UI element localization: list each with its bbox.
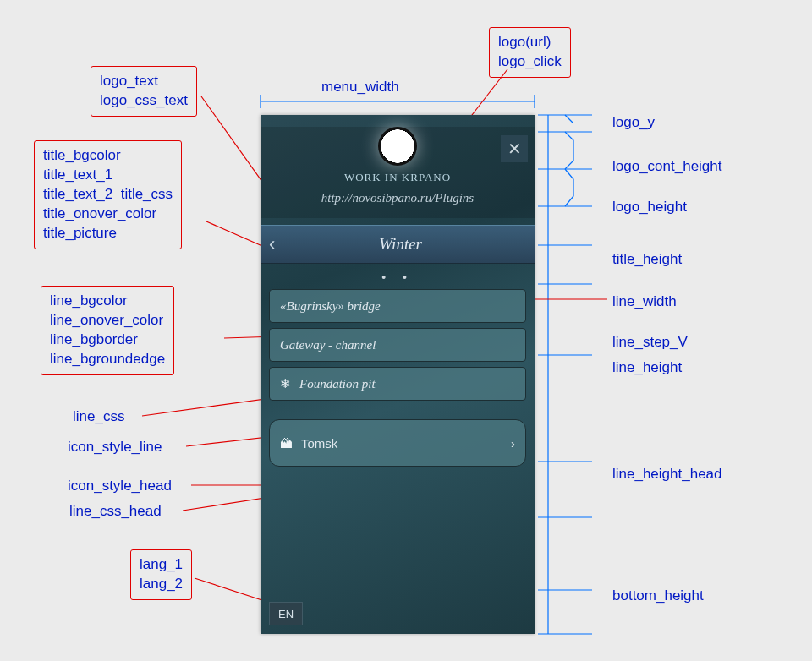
close-button[interactable]: ✕ [501,135,528,162]
box-title: title_bgcolor title_text_1 title_text_2 … [34,140,182,249]
snowflake-icon: ❄ [280,376,291,391]
pagination-dots: • • [261,270,535,284]
box-line: line_bgcolor line_onover_color line_bgbo… [41,286,174,375]
menu-item-label: Foundation pit [299,377,376,391]
menu-head-label: Tomsk [301,436,337,451]
box-logo-text: logo_text logo_css_text [91,66,197,117]
label-logo-y: logo_y [612,113,655,132]
language-button[interactable]: EN [269,602,303,625]
menu-head-tomsk[interactable]: 🏔 Tomsk › [269,419,526,467]
logo-text: WORK IN KRPANO [261,171,535,184]
box-logo-url: logo(url) logo_click [489,27,571,78]
title-bar: ‹ Winter [261,225,535,264]
menu-item-label: Gateway - channel [280,338,376,352]
back-button[interactable]: ‹ [269,233,275,255]
logo-container: ✕ WORK IN KRPANO http://novosibpano.ru/P… [261,127,535,218]
label-logo-cont-height: logo_cont_height [612,157,722,176]
bottom-bar: EN [261,593,535,634]
logo-url-text[interactable]: http://novosibpano.ru/Plugins [261,191,535,205]
logo-icon[interactable] [378,127,417,166]
label-title-height: title_height [612,250,682,269]
label-line-height-head: line_height_head [612,465,722,483]
label-logo-height: logo_height [612,198,687,216]
mountain-icon: 🏔 [280,436,293,451]
label-line-css-head: line_css_head [69,502,162,521]
menu-panel: ✕ WORK IN KRPANO http://novosibpano.ru/P… [261,115,535,634]
label-line-css: line_css [73,407,124,426]
label-line-step-v: line_step_V [612,333,688,352]
chevron-right-icon: › [511,436,515,451]
menu-item-bugrinsky[interactable]: «Bugrinsky» bridge [269,289,526,323]
label-menu-width: menu_width [321,78,399,96]
label-line-width: line_width [612,292,677,311]
label-icon-style-line: icon_style_line [68,438,162,456]
menu-item-label: «Bugrinsky» bridge [280,299,381,314]
label-bottom-height: bottom_height [612,587,704,605]
menu-item-foundation[interactable]: ❄ Foundation pit [269,367,526,401]
label-line-height: line_height [612,358,682,377]
box-lang: lang_1 lang_2 [130,549,192,600]
title-text: Winter [275,235,526,254]
menu-item-gateway[interactable]: Gateway - channel [269,328,526,362]
label-icon-style-head: icon_style_head [68,477,172,495]
